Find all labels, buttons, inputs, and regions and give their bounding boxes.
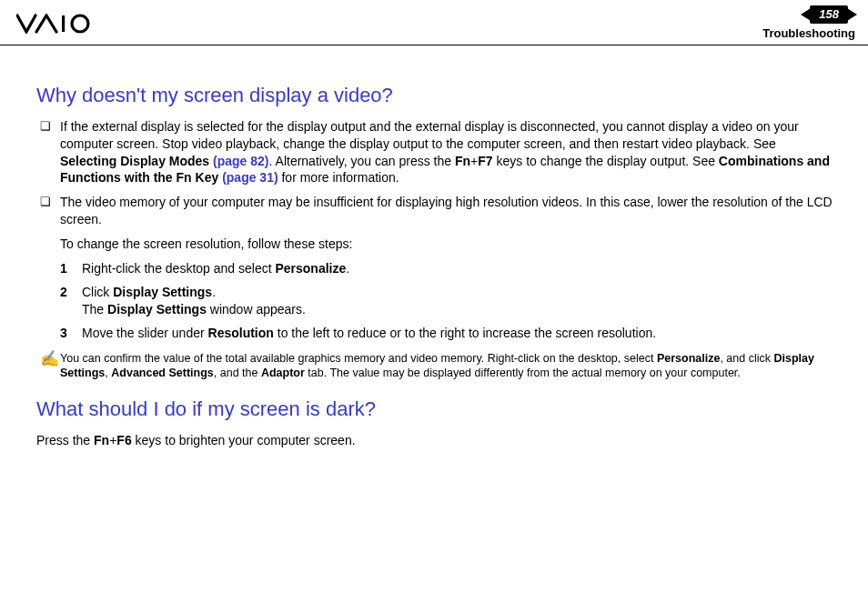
bold-text: F7: [478, 154, 492, 168]
text: tab. The value may be displayed differen…: [305, 367, 741, 379]
step-item: 1 Right-click the desktop and select Per…: [36, 260, 835, 277]
step-number: 2: [60, 284, 82, 318]
note-text: You can confirm the value of the total a…: [60, 351, 835, 382]
bold-text: Personalize: [657, 352, 720, 365]
step-text: Right-click the desktop and select Perso…: [82, 260, 835, 277]
paragraph: Press the Fn+F6 keys to brighten your co…: [36, 432, 835, 449]
bold-text: Personalize: [275, 261, 346, 276]
svg-rect-0: [62, 15, 65, 32]
steps-intro: To change the screen resolution, follow …: [36, 236, 835, 253]
bold-text: Adaptor: [261, 367, 305, 379]
text: You can confirm the value of the total a…: [60, 352, 657, 365]
step-number: 3: [60, 325, 82, 342]
text: window appears.: [207, 302, 306, 317]
text: , and click: [720, 352, 773, 365]
svg-point-1: [72, 15, 88, 32]
text: , and the: [214, 367, 261, 379]
text: The: [82, 302, 107, 317]
heading-video: Why doesn't my screen display a video?: [36, 82, 835, 109]
page-navigator: 158: [801, 5, 857, 24]
section-label: Troubleshooting: [762, 25, 857, 42]
note-pencil-icon: ✍: [40, 351, 60, 382]
text: If the external display is selected for …: [60, 119, 799, 151]
bold-text: Resolution: [208, 326, 274, 340]
step-item: 3 Move the slider under Resolution to th…: [36, 325, 835, 342]
text: Right-click the desktop and select: [82, 261, 275, 276]
bullet-text: If the external display is selected for …: [60, 118, 835, 187]
vaio-logo: [16, 14, 104, 34]
text: +: [470, 154, 478, 168]
text: keys to change the display output. See: [493, 154, 719, 168]
step-number: 1: [60, 260, 82, 277]
text: Press the: [36, 433, 94, 447]
text: to the left to reduce or to the right to…: [274, 326, 656, 340]
step-text: Click Display Settings. The Display Sett…: [82, 284, 835, 318]
bold-text: Fn: [94, 433, 109, 447]
bullet-text: The video memory of your computer may be…: [60, 194, 835, 228]
page-number-badge: 158: [810, 5, 848, 24]
page-link[interactable]: (page 82): [213, 154, 268, 168]
text: .: [212, 285, 216, 299]
bullet-item: ❏ The video memory of your computer may …: [36, 194, 835, 228]
bold-text: F6: [116, 433, 131, 447]
next-page-arrow-icon[interactable]: [847, 8, 857, 21]
text: keys to brighten your computer screen.: [132, 433, 356, 447]
text: Move the slider under: [82, 326, 208, 340]
page-link[interactable]: (page 31): [222, 170, 278, 185]
page-content: Why doesn't my screen display a video? ❏…: [0, 45, 868, 449]
text: . Alternatively, you can press the: [269, 154, 455, 168]
heading-dark-screen: What should I do if my screen is dark?: [36, 396, 835, 423]
step-item: 2 Click Display Settings. The Display Se…: [36, 284, 835, 318]
bold-text: Fn: [455, 154, 470, 168]
text: .: [346, 261, 349, 276]
bold-text: Advanced Settings: [111, 367, 214, 379]
bullet-item: ❏ If the external display is selected fo…: [36, 118, 835, 187]
square-bullet-icon: ❏: [40, 118, 60, 187]
step-text: Move the slider under Resolution to the …: [82, 325, 835, 342]
bold-text: Selecting Display Modes: [60, 154, 213, 168]
bold-text: Display Settings: [113, 285, 212, 299]
text: for more information.: [278, 170, 399, 185]
page-header: 158 Troubleshooting: [0, 0, 868, 45]
text: Click: [82, 285, 113, 299]
square-bullet-icon: ❏: [40, 194, 60, 228]
bold-text: Display Settings: [107, 302, 207, 317]
note-block: ✍ You can confirm the value of the total…: [36, 351, 835, 382]
